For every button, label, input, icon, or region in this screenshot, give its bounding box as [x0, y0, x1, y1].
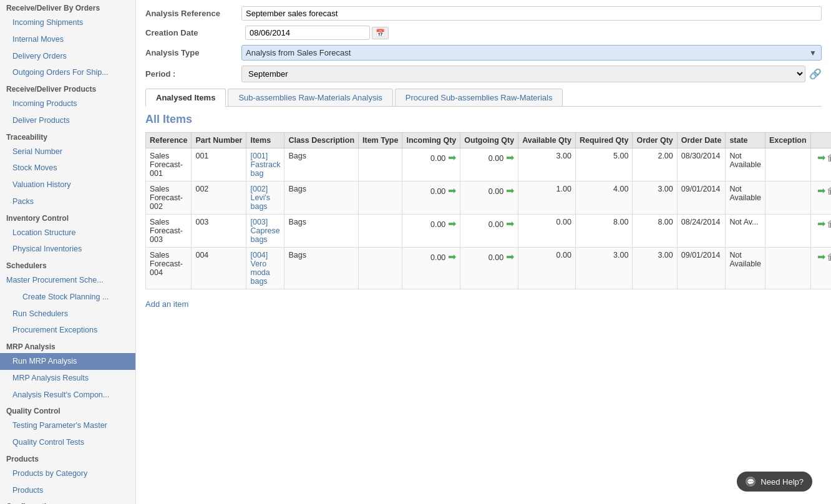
items-cell: [001] Fastrack bag: [246, 148, 284, 182]
part-number-cell: 004: [192, 248, 246, 289]
sidebar-item-mrp-analysis-results[interactable]: MRP Analysis Results: [0, 370, 135, 387]
items-cell: [004] Vero moda bags: [246, 248, 284, 289]
state-cell: Not Available: [726, 182, 765, 215]
incoming-go-btn-2[interactable]: ➡: [448, 218, 456, 230]
class-desc-cell: Bags: [284, 248, 359, 289]
tab-0[interactable]: Analysed Items: [145, 89, 226, 107]
period-row: Period : September 🔗: [145, 65, 822, 82]
go-icon: ➡: [817, 218, 825, 229]
sidebar-item-run-mrp-analysis[interactable]: Run MRP Analysis: [0, 353, 135, 370]
sidebar-group-inventory-control: Inventory Control: [0, 210, 135, 225]
sidebar-item-internal-moves[interactable]: Internal Moves: [0, 31, 135, 48]
analysis-reference-input[interactable]: [241, 6, 822, 21]
row-delete-btn-0[interactable]: 🗑: [825, 153, 831, 163]
col-header-outgoing-qty: Outgoing Qty: [460, 133, 518, 148]
order-date-cell: 08/24/2014: [677, 215, 726, 248]
analysis-type-row: Analysis Type Analysis from Sales Foreca…: [145, 45, 822, 61]
arrow-icon: ➡: [506, 218, 514, 229]
arrow-icon: ➡: [448, 152, 456, 163]
col-header-class-description: Class Description: [284, 133, 359, 148]
outgoing-qty-cell: 0.00➡: [460, 248, 518, 289]
state-cell: Not Av...: [726, 215, 765, 248]
period-external-link-icon[interactable]: 🔗: [809, 68, 822, 80]
outgoing-qty-cell: 0.00➡: [460, 182, 518, 215]
sidebar-group-configuration: Configuration: [0, 498, 135, 504]
add-item-link[interactable]: Add an item: [145, 299, 188, 309]
sidebar-item-packs[interactable]: Packs: [0, 193, 135, 210]
required-qty-cell: 8.00: [575, 215, 633, 248]
outgoing-go-btn-2[interactable]: ➡: [506, 218, 514, 230]
sidebar-item-incoming-shipments[interactable]: Incoming Shipments: [0, 14, 135, 31]
action-cell-1: ➡🗑: [810, 182, 831, 215]
analysis-reference-value: [241, 6, 822, 21]
analysis-type-value: Analysis from Sales Forecast ▼: [241, 45, 822, 61]
sidebar-item-outgoing-orders[interactable]: Outgoing Orders For Ship...: [0, 64, 135, 81]
tab-2[interactable]: Procured Sub-assemblies Raw-Materials: [395, 89, 563, 106]
order-date-cell: 09/01/2014: [677, 248, 726, 289]
required-qty-cell: 5.00: [575, 148, 633, 182]
outgoing-go-btn-1[interactable]: ➡: [506, 185, 514, 196]
sidebar-item-testing-param-master[interactable]: Testing Parameter's Master: [0, 417, 135, 434]
sidebar-item-master-procurement[interactable]: Master Procurement Sche...: [0, 272, 135, 289]
sidebar-item-location-structure[interactable]: Location Structure: [0, 225, 135, 241]
sidebar-item-delivery-orders[interactable]: Delivery Orders: [0, 48, 135, 65]
col-header-state: state: [726, 133, 765, 148]
reference-cell: Sales Forecast-002: [146, 182, 192, 215]
sidebar-item-analysis-results-comp[interactable]: Analysis Result's Compon...: [0, 387, 135, 404]
sidebar-item-run-schedulers[interactable]: Run Schedulers: [0, 306, 135, 322]
sidebar-item-physical-inventories[interactable]: Physical Inventories: [0, 241, 135, 258]
incoming-go-btn-1[interactable]: ➡: [448, 185, 456, 196]
order-date-cell: 09/01/2014: [677, 182, 726, 215]
item-type-cell: [359, 215, 402, 248]
calendar-icon[interactable]: 📅: [372, 27, 389, 39]
row-go-btn-0[interactable]: ➡: [817, 152, 825, 163]
outgoing-qty-cell: 0.00➡: [460, 215, 518, 248]
sidebar-item-incoming-products[interactable]: Incoming Products: [0, 95, 135, 112]
order-qty-cell: 3.00: [633, 182, 677, 215]
row-go-btn-3[interactable]: ➡: [817, 251, 825, 263]
col-header-available-qty: Available Qty: [518, 133, 576, 148]
col-header-part-number: Part Number: [192, 133, 246, 148]
sidebar-item-quality-control-tests[interactable]: Quality Control Tests: [0, 434, 135, 451]
period-value: September 🔗: [241, 65, 822, 82]
sidebar-item-products[interactable]: Products: [0, 482, 135, 499]
incoming-go-btn-0[interactable]: ➡: [448, 152, 456, 163]
outgoing-go-btn-0[interactable]: ➡: [506, 152, 514, 163]
sidebar-group-quality-control: Quality Control: [0, 403, 135, 417]
items-cell-link[interactable]: [004] Vero moda bags: [250, 251, 270, 286]
analysis-reference-label: Analysis Reference: [145, 9, 241, 18]
tab-1[interactable]: Sub-assemblies Raw-Materials Analysis: [228, 89, 392, 106]
sidebar-item-products-by-category[interactable]: Products by Category: [0, 465, 135, 482]
reference-cell: Sales Forecast-004: [146, 248, 192, 289]
period-select[interactable]: September: [241, 65, 805, 82]
row-delete-btn-2[interactable]: 🗑: [825, 219, 831, 229]
row-delete-btn-3[interactable]: 🗑: [825, 252, 831, 262]
sidebar-group-schedulers: Schedulers: [0, 258, 135, 272]
items-cell-link[interactable]: [003] Caprese bags: [250, 218, 279, 244]
row-go-btn-2[interactable]: ➡: [817, 218, 825, 230]
sidebar-item-stock-moves[interactable]: Stock Moves: [0, 160, 135, 177]
creation-date-input[interactable]: [245, 26, 370, 40]
part-number-cell: 003: [192, 215, 246, 248]
sidebar-item-procurement-exceptions[interactable]: Procurement Exceptions: [0, 322, 135, 339]
need-help-bubble[interactable]: 💬 Need Help?: [737, 472, 812, 492]
tabs-bar: Analysed ItemsSub-assemblies Raw-Materia…: [145, 89, 822, 107]
sidebar-item-deliver-products[interactable]: Deliver Products: [0, 112, 135, 129]
sidebar-item-serial-number[interactable]: Serial Number: [0, 143, 135, 160]
outgoing-go-btn-3[interactable]: ➡: [506, 251, 514, 263]
action-cell-2: ➡🗑: [810, 215, 831, 248]
row-delete-btn-1[interactable]: 🗑: [825, 186, 831, 196]
col-header-items: Items: [246, 133, 284, 148]
order-qty-cell: 8.00: [633, 215, 677, 248]
items-cell-link[interactable]: [001] Fastrack bag: [250, 152, 280, 178]
row-go-btn-1[interactable]: ➡: [817, 185, 825, 196]
sidebar-item-valuation-history[interactable]: Valuation History: [0, 177, 135, 193]
action-cell-3: ➡🗑: [810, 248, 831, 289]
col-header-incoming-qty: Incoming Qty: [402, 133, 460, 148]
analysis-type-select[interactable]: Analysis from Sales Forecast: [241, 45, 822, 61]
sidebar-item-create-stock-planning[interactable]: Create Stock Planning ...: [0, 289, 135, 306]
main-content: Analysis Reference Creation Date 📅 Analy…: [136, 0, 831, 504]
items-cell-link[interactable]: [002] Levi's bags: [250, 185, 270, 211]
creation-date-value: 📅: [245, 26, 822, 40]
incoming-go-btn-3[interactable]: ➡: [448, 251, 456, 263]
